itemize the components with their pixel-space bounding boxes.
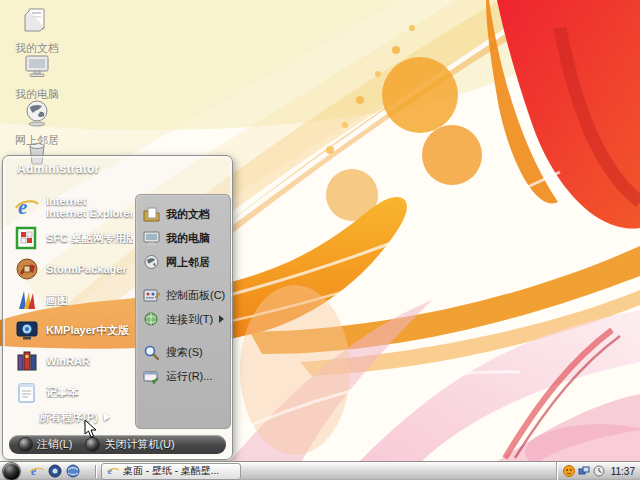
taskbar-divider: [95, 465, 96, 478]
shutdown-label: 关闭计算机(U): [104, 437, 174, 452]
start-item-label: 我的电脑: [166, 231, 210, 246]
arrow-right-icon: [104, 413, 110, 421]
start-item-my-computer[interactable]: 我的电脑: [141, 226, 227, 250]
system-tray: 11:37: [556, 462, 640, 480]
start-menu-footer: 注销(L) 关闭计算机(U): [9, 435, 226, 454]
log-off-button[interactable]: 注销(L): [19, 437, 72, 452]
network-places-icon: [143, 254, 160, 271]
start-menu-places: 我的文档 我的电脑 网上邻居: [135, 194, 231, 429]
desktop-icon-my-documents[interactable]: 我的文档: [2, 6, 72, 54]
desktop-icon-label: 网上邻居: [2, 134, 72, 146]
taskbar: e e 桌面 - 壁纸 - 桌酷壁...: [0, 461, 640, 480]
start-item-stormpackager[interactable]: StormPackager: [13, 253, 133, 284]
quick-launch-media-player-icon[interactable]: [48, 464, 62, 478]
desktop-icon-network-places[interactable]: 网上邻居: [2, 98, 72, 146]
start-menu-username: Administrator: [3, 156, 232, 186]
svg-text:e: e: [31, 464, 37, 478]
all-programs-label: 所有程序(P): [39, 410, 98, 425]
start-item-my-documents[interactable]: 我的文档: [141, 202, 227, 226]
start-item-label: Internet Internet Explorer: [46, 195, 133, 219]
start-item-label: WinRAR: [46, 355, 90, 367]
my-documents-icon: [143, 206, 160, 223]
desktop-icon-my-computer[interactable]: 我的电脑: [2, 52, 72, 100]
start-item-connect-to[interactable]: 连接到(T): [141, 307, 227, 331]
start-item-label: 搜索(S): [166, 345, 203, 360]
start-item-winrar[interactable]: WinRAR: [13, 346, 133, 377]
start-item-label: 连接到(T): [166, 312, 213, 327]
log-off-label: 注销(L): [37, 437, 72, 452]
quick-launch-ie-icon[interactable]: e: [30, 464, 44, 478]
ie-window-icon: e: [107, 465, 119, 477]
start-menu-pinned-programs: e Internet Internet Explorer SFC 桌酷网专用版: [7, 188, 133, 433]
svg-text:e: e: [18, 195, 27, 219]
internet-explorer-icon: e: [15, 195, 39, 219]
network-places-icon: [20, 98, 54, 128]
start-item-label: 我的文档: [166, 207, 210, 222]
start-item-label: 控制面板(C): [166, 288, 225, 303]
notepad-icon: [15, 380, 39, 404]
storm-packager-icon: [15, 257, 39, 281]
start-item-label: 网上邻居: [166, 255, 210, 270]
shutdown-button[interactable]: 关闭计算机(U): [86, 437, 174, 452]
quick-launch-browser-icon[interactable]: [66, 464, 80, 478]
start-item-label: StormPackager: [46, 263, 127, 275]
control-panel-icon: [143, 287, 160, 304]
my-documents-icon: [20, 6, 54, 36]
connect-to-icon: [143, 311, 160, 328]
submenu-arrow-icon: [219, 315, 224, 323]
kmplayer-icon: [15, 318, 39, 342]
start-item-internet-explorer[interactable]: e Internet Internet Explorer: [13, 192, 133, 223]
run-icon: [143, 368, 160, 385]
taskbar-window-title: 桌面 - 壁纸 - 桌酷壁...: [123, 464, 219, 478]
start-menu: Administrator e Internet Internet Explor…: [2, 155, 233, 460]
start-item-search[interactable]: 搜索(S): [141, 340, 227, 364]
shutdown-icon: [86, 438, 99, 451]
start-item-paint[interactable]: 画图: [13, 284, 133, 315]
start-item-label: 记事本: [46, 386, 79, 398]
start-item-label: SFC 桌酷网专用版: [46, 232, 133, 244]
start-item-network-places[interactable]: 网上邻居: [141, 250, 227, 274]
tray-input-method-icon[interactable]: [563, 465, 575, 477]
start-button[interactable]: [3, 463, 20, 480]
quick-launch-bar: e: [30, 464, 80, 478]
start-item-kmplayer[interactable]: KMPlayer中文版: [13, 315, 133, 346]
start-item-label: 画图: [46, 294, 68, 306]
taskbar-window-button[interactable]: e 桌面 - 壁纸 - 桌酷壁...: [101, 463, 241, 480]
start-item-notepad[interactable]: 记事本: [13, 376, 133, 407]
start-item-sfc[interactable]: SFC 桌酷网专用版: [13, 223, 133, 254]
my-computer-icon: [143, 230, 160, 247]
taskbar-clock[interactable]: 11:37: [611, 466, 635, 477]
start-item-label: KMPlayer中文版: [46, 324, 129, 336]
all-programs-button[interactable]: 所有程序(P): [13, 407, 133, 427]
winrar-icon: [15, 349, 39, 373]
log-off-icon: [19, 438, 32, 451]
paint-icon: [15, 288, 39, 312]
start-item-label: 运行(R)...: [166, 369, 212, 384]
sfc-emulator-icon: [15, 226, 39, 250]
search-icon: [143, 344, 160, 361]
start-item-run[interactable]: 运行(R)...: [141, 364, 227, 388]
tray-network-icon[interactable]: [578, 465, 590, 477]
my-computer-icon: [20, 52, 54, 82]
start-item-control-panel[interactable]: 控制面板(C): [141, 283, 227, 307]
tray-update-icon[interactable]: [593, 465, 605, 477]
